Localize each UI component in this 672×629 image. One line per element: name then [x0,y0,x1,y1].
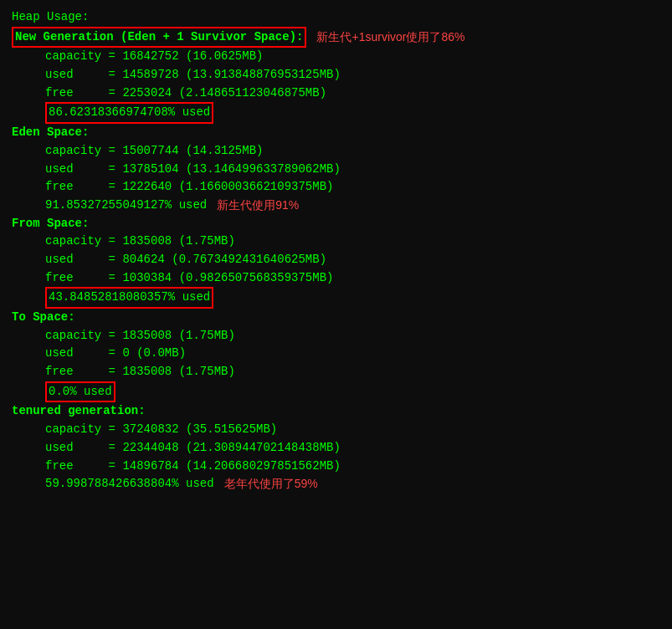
to-used: used = 0 (0.0MB) [45,345,660,363]
to-details: capacity = 1835008 (1.75MB) used = 0 (0.… [45,327,660,403]
eden-free: free = 1222640 (1.1660003662109375MB) [45,178,660,197]
heap-usage-label: Heap Usage: [12,8,660,27]
new-gen-used: used = 14589728 (13.913848876953125MB) [45,66,660,84]
tenured-header-line: tenured generation: [12,402,660,421]
new-gen-annotation: 新生代+1survivor使用了86% [316,28,464,47]
tenured-used: used = 22344048 (21.308944702148438MB) [45,439,660,458]
tenured-free: free = 14896784 (14.206680297851562MB) [45,458,660,476]
from-percent: 43.84852818080357% used [45,287,213,309]
eden-percent-line: 91.85327255049127% used 新生代使用91% [45,197,660,215]
new-gen-details: capacity = 16842752 (16.0625MB) used = 1… [45,48,660,124]
from-details: capacity = 1835008 (1.75MB) used = 80462… [45,233,660,309]
new-gen-percent-line: 86.62318366974708% used [45,102,660,124]
to-percent: 0.0% used [45,381,115,403]
tenured-percent-line: 59.998788426638804% used 老年代使用了59% [45,475,660,493]
from-percent-line: 43.84852818080357% used [45,287,660,309]
eden-header-line: Eden Space: [12,124,660,142]
eden-percent: 91.85327255049127% used [45,197,207,215]
new-gen-capacity: capacity = 16842752 (16.0625MB) [45,48,660,66]
new-gen-free: free = 2253024 (2.148651123046875MB) [45,84,660,103]
tenured-capacity: capacity = 37240832 (35.515625MB) [45,421,660,439]
tenured-percent: 59.998788426638804% used [45,475,214,493]
from-used: used = 804624 (0.7673492431640625MB) [45,251,660,269]
tenured-annotation: 老年代使用了59% [224,475,318,493]
to-percent-line: 0.0% used [45,381,660,403]
to-free: free = 1835008 (1.75MB) [45,363,660,381]
eden-used: used = 13785104 (13.146499633789062MB) [45,161,660,179]
eden-details: capacity = 15007744 (14.3125MB) used = 1… [45,142,660,215]
from-header-line: From Space: [12,215,660,233]
tenured-header: tenured generation: [12,402,146,421]
to-capacity: capacity = 1835008 (1.75MB) [45,327,660,345]
eden-annotation: 新生代使用91% [217,197,299,215]
from-capacity: capacity = 1835008 (1.75MB) [45,233,660,251]
eden-capacity: capacity = 15007744 (14.3125MB) [45,142,660,161]
new-gen-header-line: New Generation (Eden + 1 Survivor Space)… [12,27,660,49]
new-gen-percent: 86.62318366974708% used [45,102,213,124]
to-header: To Space: [12,309,75,327]
eden-header: Eden Space: [12,124,89,142]
tenured-details: capacity = 37240832 (35.515625MB) used =… [45,421,660,493]
to-header-line: To Space: [12,309,660,327]
from-header: From Space: [12,215,89,233]
new-gen-header: New Generation (Eden + 1 Survivor Space)… [12,27,306,49]
from-free: free = 1030384 (0.9826507568359375MB) [45,269,660,288]
